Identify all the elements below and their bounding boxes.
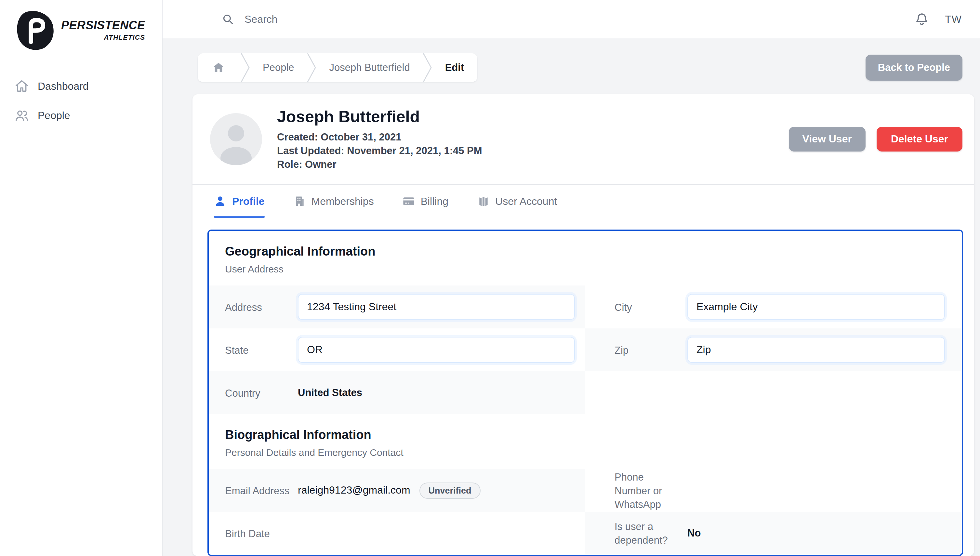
sidebar-nav: Dashboard People [0,71,162,130]
content: People Joseph Butterfield Edit Bac [163,38,980,556]
breadcrumb-row: People Joseph Butterfield Edit Bac [192,53,974,82]
form-row-birthdate-dependent: Birth Date Is user a dependent? No [209,512,962,555]
brand-logo[interactable]: PERSISTENCE ATHLETICS [0,0,162,49]
field-birth-date: Birth Date [209,512,585,555]
search-bar [221,12,914,26]
email-value: raleigh9123@gmail.com [298,485,410,496]
field-label: Zip [615,343,687,357]
main-area: TW Pe [163,0,980,556]
field-dependent: Is user a dependent? No [585,512,962,555]
home-icon [14,79,29,94]
breadcrumb-edit: Edit [432,53,477,82]
geo-section-header: Geographical Information User Address [209,231,962,286]
header-actions: View User Delete User [789,127,963,152]
view-user-button[interactable]: View User [789,127,865,152]
dependent-value: No [687,527,701,539]
zip-input[interactable] [687,337,945,363]
topbar: TW [163,0,980,38]
country-value: United States [298,387,362,399]
breadcrumb-user[interactable]: Joseph Butterfield [316,53,423,82]
field-address: Address [209,286,585,328]
page-title: Joseph Butterfield [277,107,774,126]
chevron-separator-icon [241,53,250,82]
section-title: Biographical Information [225,428,946,442]
state-input[interactable] [298,337,575,363]
search-icon [221,12,235,26]
persistence-logo-icon [16,10,56,49]
user-card-header: Joseph Butterfield Created: October 31, … [192,94,974,185]
field-label: Country [225,386,298,399]
brand-name: PERSISTENCE ATHLETICS [61,19,145,41]
field-country: Country United States [209,371,585,414]
avatar [210,113,262,165]
tab-billing[interactable]: Billing [402,195,448,218]
section-subtitle: User Address [225,263,946,275]
field-label: Email Address [225,483,298,497]
status-badge: Unverified [420,482,481,498]
form-row-address-city: Address City [209,286,962,328]
user-role: Role: Owner [277,157,774,171]
field-label: City [615,300,687,314]
form-row-state-zip: State Zip [209,328,962,371]
viewport: PERSISTENCE ATHLETICS Dashboard [0,0,980,556]
section-title: Geographical Information [225,244,946,259]
city-input[interactable] [687,294,945,320]
active-tab-underline [214,216,265,218]
sidebar: PERSISTENCE ATHLETICS Dashboard [0,0,163,556]
field-label: Birth Date [225,527,298,540]
breadcrumb-people[interactable]: People [250,53,307,82]
sidebar-item-people[interactable]: People [6,101,155,130]
user-meta: Joseph Butterfield Created: October 31, … [277,107,774,171]
chevron-separator-icon [307,53,316,82]
tab-bar: Profile Memberships [192,185,974,218]
bell-icon[interactable] [914,12,929,27]
form-row-country: Country United States [209,371,962,414]
user-menu[interactable]: TW [945,13,962,25]
building-icon [293,195,306,207]
breadcrumb: People Joseph Butterfield Edit [198,53,477,82]
field-label: Phone Number or WhatsApp [615,470,687,511]
field-label: Is user a dependent? [615,520,687,547]
tab-profile[interactable]: Profile [214,195,265,218]
user-last-updated: Last Updated: November 21, 2021, 1:45 PM [277,144,774,157]
field-label: State [225,343,298,357]
credit-card-icon [402,195,415,207]
form-row-email-phone: Email Address raleigh9123@gmail.com Unve… [209,469,962,512]
delete-user-button[interactable]: Delete User [877,127,962,152]
user-icon [214,195,226,207]
library-icon [477,195,489,207]
field-zip: Zip [585,328,962,371]
field-email: Email Address raleigh9123@gmail.com Unve… [209,469,585,512]
user-created: Created: October 31, 2021 [277,130,774,144]
address-input[interactable] [298,294,575,320]
topbar-right: TW [914,12,962,27]
chevron-separator-icon [423,53,432,82]
profile-form-panel: Geographical Information User Address Ad… [207,230,963,556]
back-to-people-button[interactable]: Back to People [865,55,962,81]
sidebar-item-dashboard[interactable]: Dashboard [6,71,155,101]
sidebar-item-label: Dashboard [38,80,89,92]
search-input[interactable] [244,13,518,25]
sidebar-item-label: People [38,110,70,121]
breadcrumb-home[interactable] [198,53,241,82]
home-icon [212,61,225,74]
section-subtitle: Personal Details and Emergency Contact [225,447,946,458]
empty-cell [585,371,962,414]
users-icon [14,108,29,123]
bio-section-header: Biographical Information Personal Detail… [209,414,962,469]
field-state: State [209,328,585,371]
field-phone: Phone Number or WhatsApp [585,469,962,512]
tab-user-account[interactable]: User Account [477,195,557,218]
field-label: Address [225,300,298,314]
user-card: Joseph Butterfield Created: October 31, … [192,94,974,556]
tab-memberships[interactable]: Memberships [293,195,374,218]
field-city: City [585,286,962,328]
app: PERSISTENCE ATHLETICS Dashboard [0,0,980,556]
